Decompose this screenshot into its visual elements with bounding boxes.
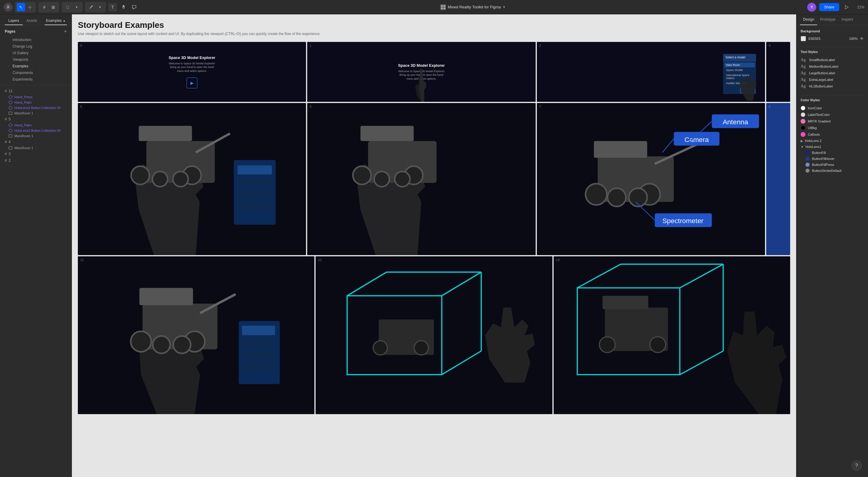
user-avatar[interactable]: Y (807, 3, 816, 12)
color-style-iconcolor[interactable]: IconColor (801, 105, 864, 112)
storyboard-cell-8[interactable]: 8 (766, 103, 790, 255)
tab-examples[interactable]: Examples ▲ (44, 17, 67, 25)
visibility-icon[interactable]: 👁 (860, 36, 864, 41)
cell-content-6 (307, 103, 535, 255)
figma-logo[interactable] (4, 3, 12, 12)
storyboard-cell-1[interactable]: 1 Space 3D Model Explorer Welcome to Spa… (307, 42, 535, 102)
add-page-button[interactable]: + (64, 29, 67, 34)
zoom-level[interactable]: 21% (854, 5, 864, 9)
storyboard-cell-6[interactable]: 6 (307, 103, 535, 255)
storyboard-cell-5[interactable]: 5 (78, 103, 306, 255)
scene-intro: Space 3D Model Explorer Welcome to Space… (78, 42, 306, 102)
cell-content-7: Camera Antenna Spectrometer (537, 103, 765, 255)
cell-0-portal: ▶ (187, 77, 197, 88)
nested-buttonfillhover[interactable]: ButtonFillHover (801, 156, 864, 162)
storyboard-cell-11[interactable]: 11 (78, 256, 314, 414)
color-dot-mrtk (801, 119, 805, 124)
nested-buttonfill[interactable]: ButtonFill (801, 150, 864, 156)
group-holol2[interactable]: ▶ HoloLens 2 (801, 138, 864, 144)
grid-tool[interactable]: ⊞ (49, 3, 58, 11)
tab-inspect[interactable]: Inspect (839, 14, 856, 25)
shape-tool[interactable]: □ (63, 3, 72, 11)
bg-color-swatch[interactable] (801, 36, 806, 41)
storyboard-grid: 0 Space 3D Model Explorer Welcome to Spa… (78, 42, 790, 414)
nested-buttonfillpress[interactable]: ButtonFillPress (801, 162, 864, 168)
menu-item-1[interactable]: Mars Rover (724, 63, 755, 67)
layer-hand-palm-1[interactable]: Hand_Palm (0, 100, 71, 105)
tab-prototype[interactable]: Prototype (817, 14, 838, 25)
pen-tool[interactable] (87, 3, 95, 11)
layer-hand-palm-2[interactable]: Hand_Palm (0, 123, 71, 128)
page-viewports[interactable]: Viewports (5, 56, 67, 63)
play-button[interactable] (842, 3, 850, 11)
tab-assets[interactable]: Assets (23, 17, 41, 25)
page-title: Storyboard Examples (78, 20, 790, 30)
layer-holol2-button-2[interactable]: HoloLens2 Button Collection 3V (0, 128, 71, 133)
color-style-labeltextcolor[interactable]: LabelTextColor (801, 112, 864, 118)
cell-number-8: 8 (769, 105, 770, 108)
text-tool[interactable]: T (108, 3, 117, 11)
layer-hand-press[interactable]: Hand_Press (0, 94, 71, 100)
tab-design[interactable]: Design (800, 14, 817, 25)
storyboard-cell-13[interactable]: 13 (554, 256, 790, 414)
svg-line-51 (442, 351, 482, 375)
layer-group-4[interactable]: # 4 (0, 139, 71, 145)
svg-rect-10 (238, 165, 272, 174)
page-introduction[interactable]: Introduction (5, 36, 67, 43)
frame-tool[interactable]: # (40, 3, 49, 11)
storyboard-cell-0[interactable]: 0 Space 3D Model Explorer Welcome to Spa… (78, 42, 306, 102)
layer-marsrover-3[interactable]: MarsRover 1 (0, 145, 71, 151)
layer-marsrover-1[interactable]: MarsRover 1 (0, 110, 71, 116)
left-sidebar: Layers Assets Examples ▲ Pages + Introdu… (0, 14, 72, 477)
nested-dot-buttonfillhover (805, 157, 810, 161)
page-experiments[interactable]: Experiments (5, 76, 67, 83)
color-styles-section: Color Styles IconColor LabelTextColor MR… (801, 98, 864, 174)
group-holol1[interactable]: ▼ HoloLens1 (801, 144, 864, 150)
text-style-hl1[interactable]: Ag HL1ButtonLabel (801, 83, 864, 90)
storyboard-cell-12[interactable]: 12 (316, 256, 552, 414)
cell-0-title: Space 3D Model Explorer (168, 55, 215, 60)
page-changelog[interactable]: Change Log (5, 43, 67, 50)
cursor-tool[interactable]: ⊹ (26, 3, 34, 11)
text-style-medium[interactable]: Ag MediumButtonLabel (801, 63, 864, 70)
page-header: Storyboard Examples Use viewport to sket… (78, 20, 790, 36)
page-components[interactable]: Components (5, 69, 67, 76)
file-icon (440, 4, 446, 10)
move-tool[interactable]: ↖ (17, 3, 25, 11)
canvas-area[interactable]: Storyboard Examples Use viewport to sket… (72, 14, 796, 477)
pen-arrow[interactable]: ▼ (96, 3, 104, 11)
storyboard-cell-3[interactable]: 3 (766, 42, 790, 102)
color-style-uibkg[interactable]: UIBkg (801, 125, 864, 131)
color-style-mrtk[interactable]: MRTK Gradient (801, 118, 864, 125)
layer-marsrover-2[interactable]: MarsRover 1 (0, 133, 71, 139)
layer-group-2[interactable]: # 2 (0, 157, 71, 164)
tool-group-shapes: □ ▼ (62, 2, 83, 12)
storyboard-cell-2[interactable]: 2 Select a model Mars Rover Space Shuttl… (537, 42, 765, 102)
comment-tool[interactable] (130, 3, 138, 11)
nested-dot-buttonfill (805, 151, 810, 155)
color-style-callouts[interactable]: Callouts (801, 131, 864, 138)
page-ui-gallery[interactable]: UI Gallery (5, 50, 67, 56)
text-style-small[interactable]: Ag SmallButtonLabel (801, 57, 864, 63)
tab-layers[interactable]: Layers (5, 17, 23, 25)
text-style-large[interactable]: Ag LargeButtonLabel (801, 70, 864, 76)
file-title[interactable]: Mixed Reality Toolkit for Figma ▼ (440, 4, 506, 10)
nested-buttonstroke[interactable]: ButtonStrokeDefault (801, 168, 864, 174)
group-arrow-holol2: ▶ (801, 139, 803, 142)
layer-group-11[interactable]: # 11 (0, 88, 71, 94)
group-arrow-holol1: ▼ (801, 145, 804, 149)
layer-group-5[interactable]: # 5 (0, 116, 71, 123)
help-button[interactable]: ? (851, 460, 862, 471)
text-styles-section: Text Styles Ag SmallButtonLabel Ag Mediu… (801, 50, 864, 90)
text-style-extralarge[interactable]: Ag ExtraLargeLabel (801, 76, 864, 83)
color-style-uibkg-label: UIBkg (808, 126, 817, 130)
storyboard-cell-7[interactable]: 7 Camera (537, 103, 765, 255)
page-examples[interactable]: ✓ Examples (5, 63, 67, 69)
shape-arrow[interactable]: ▼ (72, 3, 81, 11)
svg-point-65 (650, 337, 665, 353)
layer-group-3[interactable]: # 3 (0, 151, 71, 157)
share-button[interactable]: Share (819, 3, 839, 11)
rover-svg-7: Camera Antenna Spectrometer (537, 103, 765, 255)
hand-tool[interactable] (119, 3, 128, 11)
layer-holol2-button-1[interactable]: HoloLens2 Button Collection 3V (0, 105, 71, 110)
